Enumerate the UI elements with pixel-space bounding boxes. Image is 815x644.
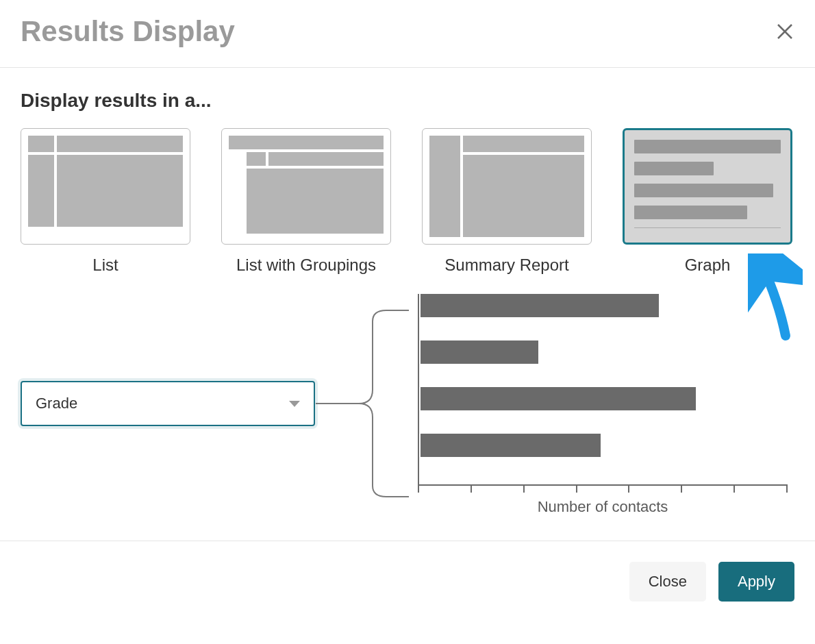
graph-thumbnail-icon bbox=[623, 128, 792, 245]
option-label: List bbox=[92, 256, 118, 275]
summary-report-thumbnail-icon bbox=[422, 128, 592, 245]
option-label: Summary Report bbox=[444, 256, 568, 275]
dialog-header: Results Display bbox=[0, 0, 815, 68]
group-by-value: Grade bbox=[36, 395, 77, 412]
dialog-footer: Close Apply bbox=[0, 541, 815, 622]
list-thumbnail-icon bbox=[21, 128, 190, 245]
group-by-select[interactable]: Grade bbox=[21, 381, 315, 426]
chevron-down-icon bbox=[289, 401, 300, 407]
option-label: List with Groupings bbox=[236, 256, 376, 275]
option-list[interactable]: List bbox=[21, 128, 190, 275]
apply-button[interactable]: Apply bbox=[718, 562, 794, 602]
preview-xlabel: Number of contacts bbox=[411, 498, 794, 516]
connector-bracket-icon bbox=[314, 308, 410, 499]
preview-bar bbox=[421, 340, 538, 364]
graph-preview: Number of contacts bbox=[411, 294, 794, 513]
preview-bar bbox=[421, 294, 659, 317]
dialog-body: Display results in a... List List with G… bbox=[0, 68, 815, 541]
preview-bar bbox=[421, 387, 696, 410]
close-icon[interactable] bbox=[775, 22, 794, 41]
option-list-with-groupings[interactable]: List with Groupings bbox=[221, 128, 391, 275]
option-label: Graph bbox=[685, 256, 731, 275]
graph-config-row: Grade Number of bbox=[21, 294, 794, 513]
close-button[interactable]: Close bbox=[629, 562, 706, 602]
option-graph[interactable]: Graph bbox=[623, 128, 792, 275]
option-summary-report[interactable]: Summary Report bbox=[422, 128, 592, 275]
list-groupings-thumbnail-icon bbox=[221, 128, 391, 245]
dialog-title: Results Display bbox=[21, 15, 235, 48]
display-subtitle: Display results in a... bbox=[21, 90, 794, 112]
preview-bar bbox=[421, 434, 601, 457]
display-options: List List with Groupings Summary Report bbox=[21, 128, 794, 275]
results-display-dialog: Results Display Display results in a... … bbox=[0, 0, 815, 622]
